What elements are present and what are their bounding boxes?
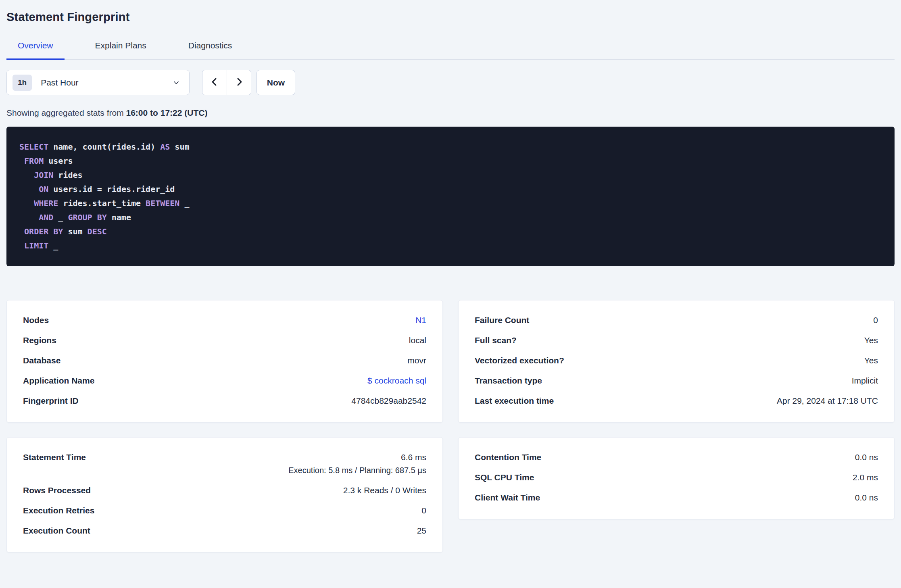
row-value: 0.0 ns: [855, 493, 878, 503]
now-button[interactable]: Now: [257, 70, 295, 95]
row-label: Client Wait Time: [475, 493, 540, 503]
row-label: Transaction type: [475, 376, 542, 386]
row-value: 2.3 k Reads / 0 Writes: [343, 486, 426, 495]
cards-row-top: Nodes N1 Regions local Database movr App…: [6, 300, 895, 423]
row-label: SQL CPU Time: [475, 473, 534, 482]
tab-bar: Overview Explain Plans Diagnostics: [6, 36, 895, 60]
row-value: Yes: [864, 356, 878, 365]
row-value: 0: [421, 506, 426, 515]
detail-row-database: Database movr: [23, 350, 426, 371]
row-label: Nodes: [23, 315, 49, 325]
time-range-select[interactable]: 1h Past Hour: [6, 70, 190, 95]
row-value: 0: [873, 315, 878, 325]
sql-line: WHERE rides.start_time BETWEEN _: [19, 196, 882, 211]
tab-explain-plans[interactable]: Explain Plans: [84, 36, 158, 60]
row-label: Rows Processed: [23, 486, 91, 495]
sql-statement-box: SELECT name, count(rides.id) AS sum FROM…: [6, 127, 895, 266]
stat-row-execution-retries: Execution Retries 0: [23, 500, 426, 521]
application-name-link[interactable]: $ cockroach sql: [367, 376, 426, 386]
row-value-stack: 6.6 ms Execution: 5.8 ms / Planning: 687…: [288, 452, 426, 475]
time-step-buttons: [202, 70, 251, 95]
time-row-contention: Contention Time 0.0 ns: [475, 447, 878, 467]
row-value: movr: [407, 356, 426, 365]
sql-line: SELECT name, count(rides.id) AS sum: [19, 140, 882, 154]
sql-line: ON users.id = rides.rider_id: [19, 182, 882, 196]
cards-row-bottom: Statement Time 6.6 ms Execution: 5.8 ms …: [6, 437, 895, 553]
time-row-sql-cpu: SQL CPU Time 2.0 ms: [475, 467, 878, 488]
nodes-link[interactable]: N1: [415, 315, 426, 325]
sql-line: FROM users: [19, 154, 882, 168]
statement-stats-card: Statement Time 6.6 ms Execution: 5.8 ms …: [6, 437, 443, 553]
row-label: Contention Time: [475, 452, 541, 462]
sql-line: JOIN rides: [19, 168, 882, 182]
sql-line: AND _ GROUP BY name: [19, 211, 882, 225]
row-label: Vectorized execution?: [475, 356, 564, 365]
attr-row-vectorized: Vectorized execution? Yes: [475, 350, 878, 371]
time-stats-card: Contention Time 0.0 ns SQL CPU Time 2.0 …: [458, 437, 895, 519]
row-value: Yes: [864, 336, 878, 345]
attr-row-full-scan: Full scan? Yes: [475, 330, 878, 350]
sql-line: ORDER BY sum DESC: [19, 225, 882, 239]
row-value: local: [409, 336, 426, 345]
tab-overview[interactable]: Overview: [6, 36, 65, 60]
attr-row-transaction-type: Transaction type Implicit: [475, 371, 878, 391]
detail-row-fingerprint-id: Fingerprint ID 4784cb829aab2542: [23, 391, 426, 411]
detail-row-regions: Regions local: [23, 330, 426, 350]
aggregated-stats-summary: Showing aggregated stats from 16:00 to 1…: [6, 108, 895, 118]
row-value: Apr 29, 2024 at 17:18 UTC: [777, 396, 878, 406]
row-label: Application Name: [23, 376, 94, 386]
stats-summary-range: 16:00 to 17:22 (UTC): [126, 108, 208, 117]
chevron-down-icon: [172, 79, 180, 87]
row-label: Fingerprint ID: [23, 396, 79, 406]
row-value: Implicit: [852, 376, 878, 386]
row-label: Execution Count: [23, 526, 90, 536]
row-value: 25: [417, 526, 426, 536]
stats-summary-prefix: Showing aggregated stats from: [6, 108, 126, 117]
detail-row-nodes: Nodes N1: [23, 310, 426, 330]
chevron-right-icon: [234, 77, 244, 88]
row-value: 0.0 ns: [855, 452, 878, 462]
row-value: 4784cb829aab2542: [351, 396, 426, 406]
sql-line: LIMIT _: [19, 239, 882, 253]
attr-row-last-execution-time: Last execution time Apr 29, 2024 at 17:1…: [475, 391, 878, 411]
prev-time-button[interactable]: [202, 70, 227, 95]
time-range-badge: 1h: [13, 75, 32, 91]
chevron-left-icon: [209, 77, 220, 88]
row-label: Last execution time: [475, 396, 554, 406]
page-title: Statement Fingerprint: [6, 10, 895, 24]
stat-row-statement-time: Statement Time 6.6 ms Execution: 5.8 ms …: [23, 447, 426, 480]
row-label: Execution Retries: [23, 506, 94, 515]
details-card: Nodes N1 Regions local Database movr App…: [6, 300, 443, 423]
row-label: Full scan?: [475, 336, 517, 345]
tab-diagnostics[interactable]: Diagnostics: [177, 36, 244, 60]
time-row-client-wait: Client Wait Time 0.0 ns: [475, 488, 878, 508]
row-label: Failure Count: [475, 315, 529, 325]
stat-row-execution-count: Execution Count 25: [23, 521, 426, 541]
row-label: Database: [23, 356, 60, 365]
row-label: Statement Time: [23, 452, 86, 462]
row-value: 6.6 ms: [288, 452, 426, 462]
attributes-card: Failure Count 0 Full scan? Yes Vectorize…: [458, 300, 895, 423]
row-subvalue: Execution: 5.8 ms / Planning: 687.5 µs: [288, 466, 426, 475]
time-controls: 1h Past Hour Now: [6, 70, 895, 95]
attr-row-failure-count: Failure Count 0: [475, 310, 878, 330]
row-label: Regions: [23, 336, 56, 345]
stat-row-rows-processed: Rows Processed 2.3 k Reads / 0 Writes: [23, 480, 426, 500]
detail-row-application-name: Application Name $ cockroach sql: [23, 371, 426, 391]
next-time-button[interactable]: [227, 70, 251, 95]
row-value: 2.0 ms: [853, 473, 878, 482]
time-range-label: Past Hour: [41, 78, 78, 88]
